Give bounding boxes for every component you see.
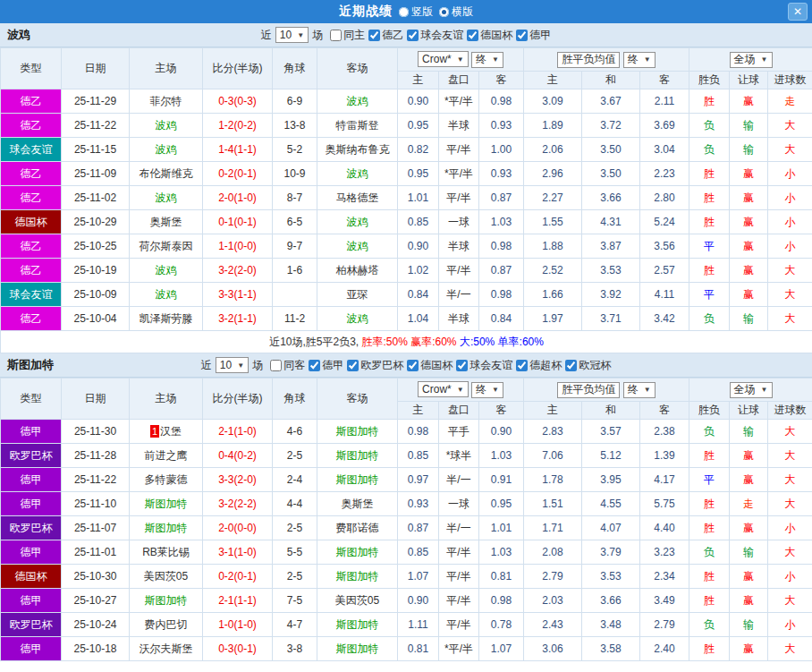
filter-球会友谊[interactable]: 球会友谊 <box>407 28 463 43</box>
avg-away-odds-cell: 4.11 <box>640 283 689 307</box>
handicap-home-odds-cell: 0.90 <box>398 234 439 259</box>
bookmaker-select[interactable]: Crow*▼ <box>418 51 469 67</box>
corners-cell: 2-4 <box>273 468 317 492</box>
avg-odds-select[interactable]: 胜平负均值 <box>557 52 620 68</box>
avg-final-select[interactable]: 终▼ <box>623 52 656 68</box>
match-count-select[interactable]: 10▼ <box>275 27 309 43</box>
handicap-final-select[interactable]: 终▼ <box>471 52 503 68</box>
layout-radio-竖版[interactable]: 竖版 <box>399 4 433 20</box>
match-row: 德甲25-11-301汉堡2-1(1-0)4-6斯图加特0.98平手0.902.… <box>1 420 812 444</box>
away-team-cell: 美因茨05 <box>317 589 398 613</box>
checkbox-同客[interactable] <box>270 360 282 371</box>
match-row: 德国杯25-10-30美因茨050-2(0-1)2-5斯图加特1.07平/半0.… <box>1 565 812 589</box>
chevron-down-icon: ▼ <box>237 362 244 370</box>
avg-home-odds-cell: 1.88 <box>524 234 582 259</box>
handicap-away-odds-cell: 1.00 <box>479 138 524 162</box>
away-team-cell: 斯图加特 <box>317 613 398 637</box>
score-cell: 1-2(0-2) <box>203 114 273 138</box>
checkbox-欧冠杯[interactable] <box>565 360 577 371</box>
avg-draw-odds-cell: 3.58 <box>582 637 640 661</box>
home-team-cell: 凯泽斯劳滕 <box>130 307 203 331</box>
checkbox-德甲[interactable] <box>309 360 320 371</box>
home-team-cell: 沃尔夫斯堡 <box>130 637 203 661</box>
league-cell: 德国杯 <box>1 565 62 589</box>
score-cell: 0-3(0-1) <box>203 637 273 661</box>
table-header: 类型 日期 主场 比分(半场) 角球 客场 Crow*▼ 终▼ 胜平负均值 终▼ <box>1 379 812 420</box>
avg-home-odds-cell: 2.03 <box>524 589 582 613</box>
checkbox-德国杯[interactable] <box>467 30 478 41</box>
away-team-cell: 波鸡 <box>317 162 398 186</box>
goals-result-cell: 小 <box>768 234 812 259</box>
avg-away-odds-cell: 2.34 <box>640 565 689 589</box>
avg-odds-select[interactable]: 胜平负均值 <box>557 382 620 398</box>
checkbox-德甲[interactable] <box>516 30 528 41</box>
handicap-line-cell: 平/半 <box>439 565 479 589</box>
filter-德国杯[interactable]: 德国杯 <box>467 28 512 43</box>
close-button[interactable]: ✕ <box>788 3 808 21</box>
col-away: 客场 <box>317 48 398 89</box>
league-cell: 欧罗巴杯 <box>1 444 62 468</box>
filter-德国杯[interactable]: 德国杯 <box>407 358 453 373</box>
goals-result-cell: 大 <box>768 283 812 307</box>
handicap-away-odds-cell: 0.84 <box>479 307 524 331</box>
match-row: 德甲25-10-27斯图加特2-1(1-1)7-5美因茨050.90平/半0.9… <box>1 589 812 613</box>
home-team-cell: 波鸡 <box>130 259 203 283</box>
checkbox-欧罗巴杯[interactable] <box>347 360 359 371</box>
table-header-group-row: 类型 日期 主场 比分(半场) 角球 客场 Crow*▼ 终▼ 胜平负均值 终▼ <box>1 379 812 402</box>
radio-icon[interactable] <box>399 7 409 17</box>
corners-cell: 5-5 <box>273 540 317 565</box>
scope-select[interactable]: 全场▼ <box>730 382 773 398</box>
avg-home-odds-cell: 2.79 <box>524 565 582 589</box>
avg-away-odds-cell: 2.38 <box>640 420 689 444</box>
filter-欧罗巴杯[interactable]: 欧罗巴杯 <box>347 358 403 373</box>
handicap-home-odds-cell: 0.95 <box>398 162 439 186</box>
filter-德超杯[interactable]: 德超杯 <box>516 358 562 373</box>
filter-同主[interactable]: 同主 <box>330 28 365 43</box>
away-team-cell: 费耶诺德 <box>317 516 398 540</box>
scope-select[interactable]: 全场▼ <box>730 52 773 68</box>
handicap-home-odds-cell: 0.81 <box>398 637 439 661</box>
col-avg-home: 主 <box>524 402 582 420</box>
bookmaker-select[interactable]: Crow*▼ <box>418 381 469 397</box>
handicap-line-cell: *球半 <box>439 444 479 468</box>
col-avg-away: 客 <box>640 72 689 89</box>
filter-球会友谊[interactable]: 球会友谊 <box>456 358 512 373</box>
score-cell: 2-0(1-0) <box>203 186 273 210</box>
handicap-result-cell: 输 <box>730 138 768 162</box>
matches-tbody: 德乙25-11-29菲尔特0-3(0-3)6-9波鸡0.90*平/半0.983.… <box>1 89 812 331</box>
filters-bar: 近 10▼ 场 同客德甲欧罗巴杯德国杯球会友谊德超杯欧冠杯 <box>0 357 812 373</box>
table-header-group-row: 类型 日期 主场 比分(半场) 角球 客场 Crow*▼ 终▼ 胜平负均值 终▼ <box>1 48 812 72</box>
date-cell: 25-11-09 <box>62 162 130 186</box>
checkbox-德国杯[interactable] <box>407 360 419 371</box>
filter-德甲[interactable]: 德甲 <box>516 28 551 43</box>
checkbox-同主[interactable] <box>330 30 342 41</box>
filters-bar: 近 10▼ 场 同主德乙球会友谊德国杯德甲 <box>0 27 812 43</box>
checkbox-德超杯[interactable] <box>516 360 528 371</box>
avg-home-odds-cell: 2.83 <box>524 420 582 444</box>
wdl-result-cell: 胜 <box>689 162 730 186</box>
match-count-select[interactable]: 10▼ <box>216 357 249 373</box>
col-avg-draw: 和 <box>582 72 640 89</box>
filter-德甲[interactable]: 德甲 <box>309 358 343 373</box>
col-date: 日期 <box>62 48 130 89</box>
avg-home-odds-cell: 1.78 <box>524 468 582 492</box>
red-card-badge: 1 <box>150 425 159 438</box>
goals-result-cell: 小 <box>768 186 812 210</box>
date-cell: 25-11-02 <box>62 186 130 210</box>
match-row: 德乙25-11-02波鸡2-0(1-0)8-7马格德堡1.01平/半0.872.… <box>1 186 812 210</box>
avg-final-select[interactable]: 终▼ <box>623 382 656 398</box>
goals-result-cell: 大 <box>768 420 812 444</box>
handicap-line-cell: 一球 <box>439 492 479 516</box>
checkbox-德乙[interactable] <box>368 30 380 41</box>
radio-icon[interactable] <box>439 7 449 17</box>
wdl-result-cell: 胜 <box>689 89 730 114</box>
layout-radio-横版[interactable]: 横版 <box>439 4 473 20</box>
filter-欧冠杯[interactable]: 欧冠杯 <box>565 358 611 373</box>
handicap-final-select[interactable]: 终▼ <box>471 382 503 398</box>
checkbox-球会友谊[interactable] <box>407 30 419 41</box>
corners-cell: 4-6 <box>273 420 317 444</box>
checkbox-球会友谊[interactable] <box>456 360 468 371</box>
filter-同客[interactable]: 同客 <box>270 358 305 373</box>
home-team-cell: 多特蒙德 <box>130 468 203 492</box>
filter-德乙[interactable]: 德乙 <box>368 28 403 43</box>
